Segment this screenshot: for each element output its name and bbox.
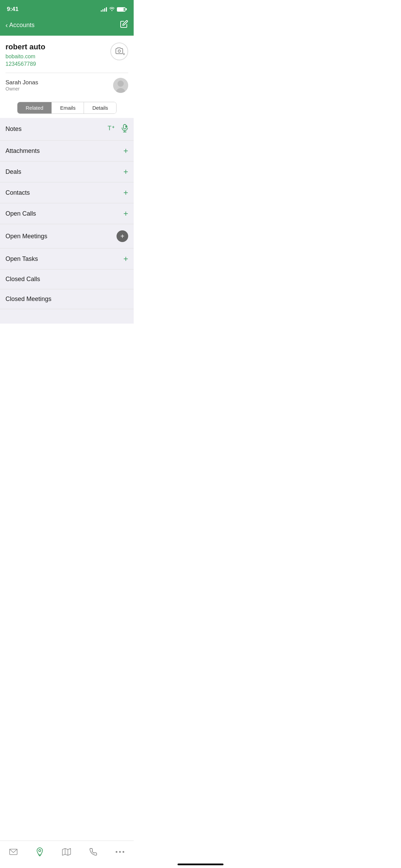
related-content: Notes T + + Attachments + bbox=[0, 118, 134, 324]
battery-icon bbox=[117, 7, 127, 12]
attachments-label: Attachments bbox=[5, 147, 40, 155]
attachments-add-button[interactable]: + bbox=[123, 147, 128, 155]
edit-button[interactable] bbox=[120, 20, 128, 30]
svg-point-1 bbox=[116, 88, 125, 93]
open-calls-add-button[interactable]: + bbox=[123, 209, 128, 218]
closed-calls-section: Closed Calls bbox=[0, 269, 134, 289]
open-meetings-actions: + bbox=[117, 230, 128, 242]
attachments-section: Attachments + bbox=[0, 141, 134, 161]
deals-actions: + bbox=[123, 168, 128, 176]
open-tasks-actions: + bbox=[123, 255, 128, 263]
open-tasks-label: Open Tasks bbox=[5, 255, 38, 263]
owner-info: Sarah Jonas Owner bbox=[5, 79, 38, 92]
contacts-label: Contacts bbox=[5, 189, 30, 196]
open-tasks-add-button[interactable]: + bbox=[123, 255, 128, 263]
open-meetings-section: Open Meetings + bbox=[0, 224, 134, 249]
open-calls-actions: + bbox=[123, 209, 128, 218]
notes-section: Notes T + + bbox=[0, 118, 134, 141]
owner-role: Owner bbox=[5, 86, 38, 92]
open-meetings-label: Open Meetings bbox=[5, 233, 47, 240]
avatar bbox=[113, 78, 128, 93]
status-icons bbox=[101, 7, 127, 12]
account-header: robert auto bobaito.com 1234567789 + bbox=[0, 36, 134, 73]
signal-icon bbox=[101, 7, 107, 12]
deals-add-button[interactable]: + bbox=[123, 168, 128, 176]
open-meetings-add-button[interactable]: + bbox=[117, 230, 128, 242]
svg-point-0 bbox=[118, 50, 121, 52]
voice-add-icon[interactable]: + bbox=[121, 124, 128, 134]
owner-name: Sarah Jonas bbox=[5, 79, 38, 86]
tab-details[interactable]: Details bbox=[84, 102, 116, 113]
camera-icon: + bbox=[116, 47, 123, 56]
svg-text:+: + bbox=[112, 125, 114, 130]
back-label: Accounts bbox=[9, 22, 35, 29]
open-calls-section: Open Calls + bbox=[0, 203, 134, 224]
back-chevron-icon: ‹ bbox=[5, 21, 8, 29]
closed-calls-label: Closed Calls bbox=[5, 276, 40, 283]
back-button[interactable]: ‹ Accounts bbox=[5, 21, 35, 29]
status-time: 9:41 bbox=[7, 6, 19, 13]
tab-emails[interactable]: Emails bbox=[52, 102, 84, 113]
open-tasks-section: Open Tasks + bbox=[0, 249, 134, 269]
wifi-icon bbox=[109, 7, 115, 12]
camera-button[interactable]: + bbox=[110, 43, 128, 60]
account-name: robert auto bbox=[5, 43, 128, 51]
open-calls-label: Open Calls bbox=[5, 210, 36, 217]
notes-actions: T + + bbox=[108, 124, 128, 134]
tab-group: Related Emails Details bbox=[17, 102, 117, 114]
closed-meetings-section: Closed Meetings bbox=[0, 289, 134, 309]
tab-related[interactable]: Related bbox=[17, 102, 52, 113]
svg-text:+: + bbox=[125, 125, 127, 128]
deals-section: Deals + bbox=[0, 161, 134, 182]
contacts-actions: + bbox=[123, 189, 128, 197]
svg-point-2 bbox=[118, 81, 124, 87]
attachments-actions: + bbox=[123, 147, 128, 155]
account-phone[interactable]: 1234567789 bbox=[5, 61, 128, 67]
notes-label: Notes bbox=[5, 125, 22, 133]
closed-meetings-label: Closed Meetings bbox=[5, 296, 51, 303]
contacts-section: Contacts + bbox=[0, 182, 134, 203]
svg-text:T: T bbox=[108, 125, 111, 132]
segmented-control: Related Emails Details bbox=[0, 98, 134, 118]
owner-row: Sarah Jonas Owner bbox=[0, 73, 134, 98]
nav-bar: ‹ Accounts bbox=[0, 17, 134, 36]
contacts-add-button[interactable]: + bbox=[123, 189, 128, 197]
text-add-icon[interactable]: T + bbox=[108, 124, 117, 134]
status-bar: 9:41 bbox=[0, 0, 134, 17]
deals-label: Deals bbox=[5, 168, 21, 176]
plus-icon: + bbox=[120, 233, 124, 240]
account-website[interactable]: bobaito.com bbox=[5, 53, 128, 60]
